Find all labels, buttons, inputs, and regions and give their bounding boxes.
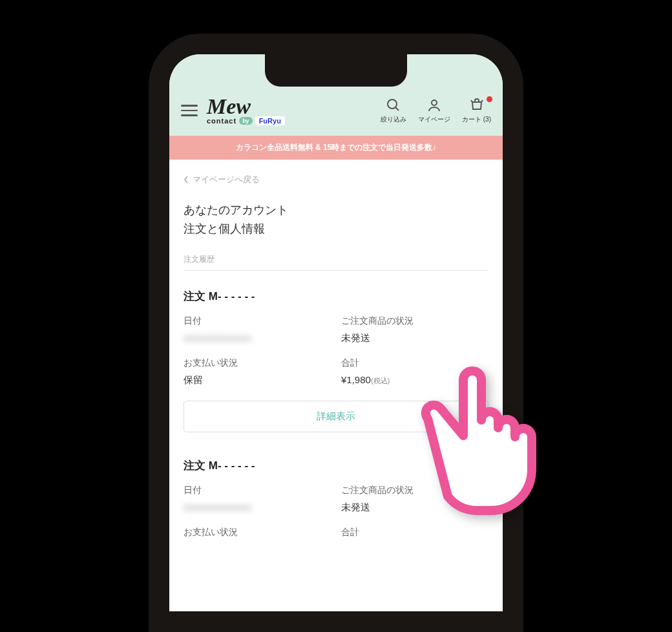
logo-by-badge: by [239,117,253,125]
cart-badge-dot [487,96,492,102]
order-id: 注文 M- - - - - - [184,289,488,304]
chevron-left-icon [184,176,189,184]
logo-main: Mew [207,96,372,118]
payment-value: 保留 [184,374,331,386]
date-label: 日付 [184,485,331,496]
logo-furyu-badge: FuRyu [255,116,285,125]
date-value: xxxxxxxxxxxxxx [184,501,331,512]
logo-subtext: contact [207,117,236,125]
phone-frame: Mew contact by FuRyu 絞り込み マイページ カート (3) … [149,34,523,632]
mypage-label: マイページ [418,115,450,124]
page-title-line2: 注文と個人情報 [184,220,488,238]
status-label: ご注文商品の状況 [341,315,488,327]
page-title: あなたのアカウント 注文と個人情報 [184,201,488,238]
date-label: 日付 [184,315,331,327]
brand-logo[interactable]: Mew contact by FuRyu [207,96,372,125]
total-label: 合計 [341,527,488,538]
phone-screen: Mew contact by FuRyu 絞り込み マイページ カート (3) … [169,54,503,611]
cart-icon [469,98,485,113]
svg-point-1 [432,100,437,105]
pointer-hand-icon [394,362,562,526]
payment-label: お支払い状況 [184,357,331,369]
search-icon [386,98,401,113]
cart-label: カート (3) [462,115,491,124]
status-value: 未発送 [341,332,488,344]
back-to-mypage-link[interactable]: マイページへ戻る [184,174,488,185]
date-value: xxxxxxxxxxxxxx [184,332,331,343]
promo-banner: カラコン全品送料無料 & 15時までの注文で当日発送多数♪ [169,136,503,160]
payment-label: お支払い状況 [184,527,331,538]
search-label: 絞り込み [381,115,406,124]
user-icon [426,98,442,113]
back-label: マイページへ戻る [193,174,260,185]
phone-notch [265,54,407,87]
search-button[interactable]: 絞り込み [381,98,406,124]
section-order-history: 注文履歴 [184,254,488,271]
svg-point-0 [388,100,397,109]
mypage-button[interactable]: マイページ [418,98,450,124]
page-title-line1: あなたのアカウント [184,201,488,220]
cart-button[interactable]: カート (3) [462,98,491,124]
hamburger-menu-icon[interactable] [181,102,198,119]
